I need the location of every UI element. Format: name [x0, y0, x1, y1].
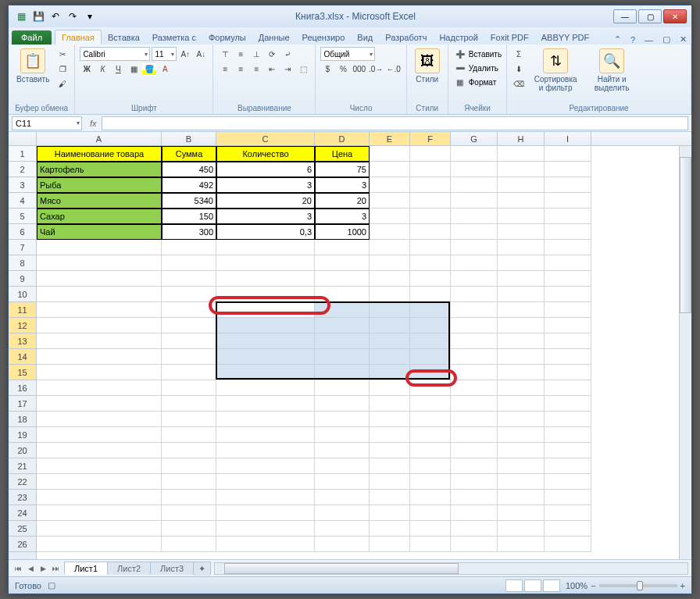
cell-H12[interactable]	[498, 318, 545, 333]
clear-icon[interactable]: ⌫	[512, 77, 526, 91]
cell-G20[interactable]	[451, 443, 498, 458]
column-header-F[interactable]: F	[410, 132, 451, 145]
cell-B11[interactable]	[162, 302, 216, 318]
grow-font-icon[interactable]: A↑	[178, 47, 192, 61]
cell-D24[interactable]	[315, 505, 370, 521]
page-layout-view-button[interactable]	[524, 579, 541, 592]
cell-I19[interactable]	[545, 427, 591, 443]
table-cell-r3-c0[interactable]: Рыба	[37, 177, 162, 193]
increase-indent-icon[interactable]: ⇥	[280, 62, 295, 76]
doc-max-icon[interactable]: ▢	[658, 34, 675, 45]
cell-A9[interactable]	[37, 271, 162, 287]
cell-I23[interactable]	[545, 490, 591, 505]
cell-C21[interactable]	[216, 458, 315, 474]
cell-G6[interactable]	[451, 224, 498, 240]
tab-home[interactable]: Главная	[55, 30, 102, 45]
table-cell-r2-c1[interactable]: 450	[162, 162, 216, 177]
formula-input[interactable]	[102, 116, 688, 130]
row-header-5[interactable]: 5	[9, 209, 36, 224]
cell-B16[interactable]	[162, 380, 216, 396]
cell-A26[interactable]	[37, 537, 162, 552]
cell-D18[interactable]	[315, 412, 370, 427]
table-cell-r5-c0[interactable]: Сахар	[37, 209, 162, 224]
cell-B10[interactable]	[162, 287, 216, 302]
cell-E7[interactable]	[370, 240, 410, 255]
fx-icon[interactable]: fx	[85, 119, 102, 128]
cell-A7[interactable]	[37, 240, 162, 255]
cell-G18[interactable]	[451, 412, 498, 427]
cell-H25[interactable]	[498, 521, 545, 537]
cell-D22[interactable]	[315, 474, 370, 490]
cell-D7[interactable]	[315, 240, 370, 255]
fill-icon[interactable]: ⬇	[512, 62, 526, 76]
cell-H18[interactable]	[498, 412, 545, 427]
cells-area[interactable]: Наименование товараСуммаКоличествоЦенаКа…	[37, 146, 679, 559]
zoom-thumb[interactable]	[637, 581, 643, 590]
currency-icon[interactable]: $	[320, 62, 334, 76]
table-cell-r6-c2[interactable]: 0,3	[216, 224, 315, 240]
cell-G5[interactable]	[451, 209, 498, 224]
cell-E20[interactable]	[370, 443, 410, 458]
row-header-1[interactable]: 1	[9, 146, 36, 162]
cell-F26[interactable]	[410, 537, 451, 552]
row-header-24[interactable]: 24	[9, 505, 36, 521]
cell-H17[interactable]	[498, 396, 545, 412]
cell-I11[interactable]	[545, 302, 591, 318]
cell-I2[interactable]	[545, 162, 591, 177]
cell-E9[interactable]	[370, 271, 410, 287]
tab-view[interactable]: Вид	[351, 30, 379, 45]
cell-G19[interactable]	[451, 427, 498, 443]
sheet-tab-3[interactable]: Лист3	[150, 562, 194, 575]
cell-E19[interactable]	[370, 427, 410, 443]
tab-addins[interactable]: Надстрой	[433, 30, 484, 45]
cell-C16[interactable]	[216, 380, 315, 396]
row-header-12[interactable]: 12	[9, 318, 36, 333]
cell-A20[interactable]	[37, 443, 162, 458]
cell-F21[interactable]	[410, 458, 451, 474]
cell-B24[interactable]	[162, 505, 216, 521]
cell-F9[interactable]	[410, 271, 451, 287]
zoom-out-button[interactable]: −	[591, 581, 595, 590]
table-cell-r2-c3[interactable]: 75	[315, 162, 370, 177]
sheet-tab-2[interactable]: Лист2	[107, 562, 151, 575]
cell-I13[interactable]	[545, 333, 591, 349]
cell-B26[interactable]	[162, 537, 216, 552]
cell-I3[interactable]	[545, 177, 591, 193]
maximize-button[interactable]: ▢	[638, 9, 662, 23]
row-header-10[interactable]: 10	[9, 287, 36, 302]
cell-I1[interactable]	[545, 146, 591, 162]
row-header-13[interactable]: 13	[9, 333, 36, 349]
cell-B12[interactable]	[162, 318, 216, 333]
cell-G13[interactable]	[451, 333, 498, 349]
cell-B21[interactable]	[162, 458, 216, 474]
table-cell-r2-c0[interactable]: Картофель	[37, 162, 162, 177]
cell-H24[interactable]	[498, 505, 545, 521]
cell-E18[interactable]	[370, 412, 410, 427]
row-header-18[interactable]: 18	[9, 412, 36, 427]
table-header-0[interactable]: Наименование товара	[37, 146, 162, 162]
cell-H9[interactable]	[498, 271, 545, 287]
cell-H20[interactable]	[498, 443, 545, 458]
number-format-combo[interactable]: Общий	[320, 47, 375, 61]
row-header-16[interactable]: 16	[9, 380, 36, 396]
cell-A25[interactable]	[37, 521, 162, 537]
row-header-20[interactable]: 20	[9, 443, 36, 458]
paste-button[interactable]: 📋 Вставить	[13, 47, 52, 85]
row-header-2[interactable]: 2	[9, 162, 36, 177]
cell-C18[interactable]	[216, 412, 315, 427]
cell-G26[interactable]	[451, 537, 498, 552]
wrap-text-icon[interactable]: ⤶	[280, 47, 295, 61]
cell-I21[interactable]	[545, 458, 591, 474]
doc-close-icon[interactable]: ✕	[675, 34, 691, 45]
format-painter-icon[interactable]: 🖌	[55, 77, 70, 91]
cell-A16[interactable]	[37, 380, 162, 396]
cell-E5[interactable]	[370, 209, 410, 224]
cell-I12[interactable]	[545, 318, 591, 333]
cell-H14[interactable]	[498, 349, 545, 365]
cell-F2[interactable]	[410, 162, 451, 177]
cell-F24[interactable]	[410, 505, 451, 521]
minimize-button[interactable]: —	[613, 9, 637, 23]
tab-developer[interactable]: Разработч	[379, 30, 433, 45]
cell-A24[interactable]	[37, 505, 162, 521]
table-cell-r6-c0[interactable]: Чай	[37, 224, 162, 240]
